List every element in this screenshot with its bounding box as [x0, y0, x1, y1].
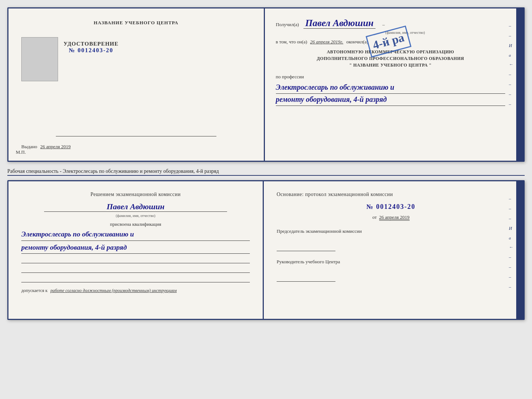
bottom-booklet-right: Основание: протокол экзаменационной коми…: [264, 181, 524, 319]
допускается-section: допускается к работе согласно должностны…: [21, 288, 250, 293]
profession-label: по профессии: [276, 74, 506, 80]
issued-date: 26 апреля 2019: [40, 144, 71, 149]
completion-date: 26 апреля 2019г.: [310, 39, 343, 45]
protocol-number: № 0012403-20: [277, 203, 505, 211]
name-subtitle-top: (фамилия, имя, отчество): [385, 31, 425, 35]
director-label: Руководитель учебного Центра: [277, 259, 505, 265]
osnovaniye-title: Основание: протокол экзаменационной коми…: [277, 192, 505, 197]
bottom-booklet-left: Решением экзаменационной комиссии Павел …: [8, 181, 264, 319]
commission-title: Решением экзаменационной комиссии: [21, 192, 250, 197]
in-that-label: в том, что он(а): [276, 39, 308, 45]
org-line2: ДОПОЛНИТЕЛЬНОГО ПРОФЕССИОНАЛЬНОГО ОБРАЗО…: [276, 55, 506, 62]
director-section: Руководитель учебного Центра: [277, 259, 505, 282]
date-from-label: от: [372, 214, 377, 220]
date-from-value: 26 апреля 2019: [379, 214, 410, 221]
допускается-value: работе согласно должностным (производств…: [50, 288, 177, 293]
issued-date-left: Выдано 26 апреля 2019: [21, 144, 251, 150]
profession-line1: Электрослесарь по обслуживанию и: [276, 82, 506, 94]
qualification-label: присвоена квалификация: [21, 221, 250, 227]
top-booklet-left: НАЗВАНИЕ УЧЕБНОГО ЦЕНТРА УДОСТОВЕРЕНИЕ №…: [8, 8, 265, 161]
допускается-label: допускается к: [21, 288, 47, 293]
chairman-section: Председатель экзаменационной комиссии: [277, 228, 505, 251]
chairman-label: Председатель экзаменационной комиссии: [277, 228, 505, 235]
chairman-signature-line: [277, 242, 335, 251]
cert-label: УДОСТОВЕРЕНИЕ: [64, 41, 119, 47]
completed-label: окончил(а): [346, 39, 368, 45]
recipient-name: Павел Авдюшин: [303, 18, 375, 29]
completion-line: в том, что он(а) 26 апреля 2019г. окончи…: [276, 39, 506, 45]
profession-line2: ремонту оборудования, 4-й разряд: [276, 94, 506, 106]
middle-caption: Рабочая специальность - Электрослесарь п…: [7, 166, 525, 176]
profession-section: по профессии Электрослесарь по обслужива…: [276, 74, 506, 106]
cert-title: УДОСТОВЕРЕНИЕ № 0012403-20: [64, 41, 119, 54]
date-from: от 26 апреля 2019: [277, 214, 505, 221]
person-name-bottom: Павел Авдюшин: [44, 202, 227, 212]
org-line3: " НАЗВАНИЕ УЧЕБНОГО ЦЕНТРА ": [276, 62, 506, 68]
blank-line-2: [21, 266, 250, 273]
right-edge-labels: – – И а ← – – – –: [509, 23, 513, 107]
top-booklet: НАЗВАНИЕ УЧЕБНОГО ЦЕНТРА УДОСТОВЕРЕНИЕ №…: [7, 7, 525, 162]
right-edge-labels-bottom: – – – И а ← – – – –: [509, 196, 513, 290]
blank-line-1: [21, 256, 250, 263]
name-subtitle-bottom: (фамилия, имя, отчество): [116, 214, 155, 218]
mp-label: М.П.: [16, 149, 26, 155]
blank-line-3: [21, 275, 250, 282]
org-name-top: НАЗВАНИЕ УЧЕБНОГО ЦЕНТРА: [21, 19, 251, 26]
bottom-booklet: Решением экзаменационной комиссии Павел …: [7, 180, 525, 320]
right-border-bar: [516, 8, 524, 161]
top-booklet-right: Получил(а) Павел Авдюшин – (фамилия, имя…: [265, 8, 524, 161]
photo-placeholder: [21, 37, 58, 81]
right-border-bar-bottom: [516, 181, 524, 319]
issued-label: Выдано: [21, 144, 37, 149]
qualification-line1: Электрослесарь по обслуживанию и: [21, 229, 250, 241]
org-lines: АВТОНОМНУЮ НЕКОММЕРЧЕСКУЮ ОРГАНИЗАЦИЮ ДО…: [276, 49, 506, 68]
qualification-line2: ремонту оборудования, 4-й разряд: [21, 242, 250, 254]
received-label: Получил(а): [276, 22, 299, 27]
cert-number: № 0012403-20: [64, 47, 119, 54]
director-signature-line: [277, 272, 335, 282]
org-line1: АВТОНОМНУЮ НЕКОММЕРЧЕСКУЮ ОРГАНИЗАЦИЮ: [276, 49, 506, 55]
